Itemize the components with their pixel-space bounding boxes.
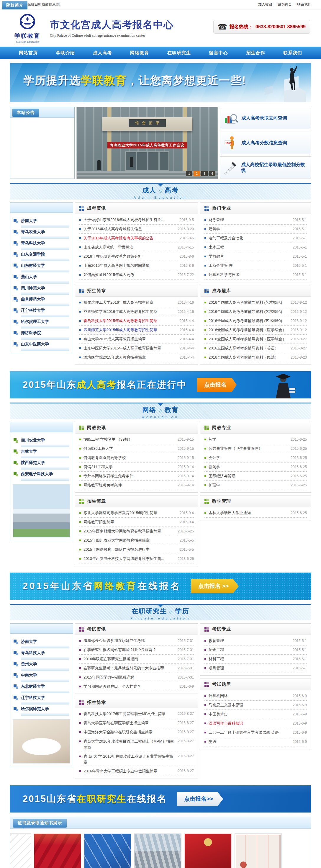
query-card-score-info[interactable]: 100分 成人高考分数信息查询 bbox=[220, 132, 311, 154]
article-row[interactable]: 2015年四川农业大学网络教育招生简章 2015-5-5 bbox=[79, 536, 194, 545]
school-link[interactable]: 济南大学 bbox=[21, 218, 37, 223]
sidebar-school-item[interactable]: 辽宁科技大学 bbox=[10, 693, 73, 705]
article-row[interactable]: 潍坊医学院2015年成人教育招生简章 2015-4-4 bbox=[79, 353, 194, 362]
article-link[interactable]: 2015年网络教育、部队自考报名进行中 bbox=[84, 547, 177, 552]
article-row[interactable]: 齐鲁师范学院2016年成人高等教育招生简章 2016-4-16 bbox=[79, 307, 194, 316]
article-link[interactable]: 青岛科技大学2015年成人高等教育招生简章 bbox=[84, 318, 177, 323]
sidebar-school-item[interactable]: 青岛科技大学 bbox=[10, 239, 73, 250]
article-row[interactable]: 青 岛 大 学 2016年在职攻读工业设计专业学位招生简章 2016-8-27 bbox=[79, 752, 194, 767]
school-link[interactable]: 青岛科技大学 bbox=[21, 650, 45, 655]
article-link[interactable]: 冶金工程 bbox=[208, 647, 290, 653]
article-row[interactable]: 2016全国成人高考考前辅导资料（医学综合） 2016-8-27 bbox=[204, 335, 307, 344]
school-link[interactable]: 燕山大学 bbox=[21, 274, 37, 279]
article-row[interactable]: 燕山大学2015成人高等教育招生简章 2015-4-4 bbox=[79, 335, 194, 344]
article-row[interactable]: 青岛大学2016年攻读项目管理工程硕士（MPM）招生简章 2016-8-27 bbox=[79, 737, 194, 752]
article-row[interactable]: 关于做好山东省2016年成人高校考试招生有关... 2016-9-5 bbox=[79, 215, 194, 225]
article-row[interactable]: 青岛大学医学院在职医学硕士招生简章 2016-8-27 bbox=[79, 719, 194, 728]
article-row[interactable]: 会计学 2015-6-25 bbox=[204, 453, 307, 463]
signup-button[interactable]: 点击报名>> bbox=[177, 792, 223, 806]
nav-link[interactable]: 招生合作 bbox=[246, 50, 265, 55]
sidebar-school-item[interactable]: 哈尔滨理工大学 bbox=[10, 317, 73, 329]
article-link[interactable]: 2013年西安电子科技大学网络教育秋季招生简... bbox=[84, 556, 175, 561]
article-row[interactable]: 学习期间是否转户口、个人档案？ 2015-6-9 bbox=[79, 682, 194, 691]
pager-button-4[interactable]: 4 bbox=[209, 171, 215, 176]
article-row[interactable]: 教育管理 2015-5-1 bbox=[204, 636, 307, 646]
article-link[interactable]: “985工程”学校名单 （39校） bbox=[84, 437, 175, 442]
article-row[interactable]: 山东中医药大学2015年成人高等教育招生简章 2015-4-4 bbox=[79, 344, 194, 353]
article-link[interactable]: 燕山大学2015成人高等教育招生简章 bbox=[84, 337, 177, 342]
article-row[interactable]: 2016年在职研究生改革之政策分析 2015-8-6 bbox=[79, 252, 194, 261]
school-link[interactable]: 东北财经大学 bbox=[21, 684, 45, 689]
article-link[interactable]: 建筑学 bbox=[208, 226, 290, 232]
sidebar-school-item[interactable]: 辽宁科技大学 bbox=[10, 306, 73, 317]
topbar-link-item[interactable]: 加入收藏 bbox=[258, 2, 272, 7]
article-link[interactable]: 药学 bbox=[208, 437, 288, 442]
article-row[interactable]: “985工程”学校名单 （39校） 2015-9-15 bbox=[79, 435, 194, 444]
article-link[interactable]: 2015年同等学力申硕流程详解 bbox=[84, 675, 175, 680]
article-link[interactable]: 关于做好山东省2016年成人高校考试招生有关... bbox=[84, 217, 177, 222]
article-link[interactable]: 山东2015年成人高考网上报名时间通知 bbox=[84, 263, 177, 268]
nav-item[interactable]: 联系我们 bbox=[283, 50, 302, 56]
school-link[interactable]: 青岛科技大学 bbox=[21, 241, 45, 246]
certificate-card[interactable]: 青岛农业大学 bbox=[84, 834, 131, 868]
article-link[interactable]: 项目管理 bbox=[208, 665, 290, 671]
article-link[interactable]: 中国海洋大学金融学在职研究生招生简章 bbox=[84, 729, 175, 736]
article-link[interactable]: 2016全国成人高考考前辅导资料（英语） bbox=[208, 346, 288, 351]
article-link[interactable]: 计算机科学与技术 bbox=[208, 272, 290, 277]
school-link[interactable]: 贵州大学 bbox=[21, 661, 37, 667]
nav-link[interactable]: 网站首页 bbox=[19, 50, 38, 55]
article-link[interactable]: 潍坊医学院2015年成人教育招生简章 bbox=[84, 355, 177, 360]
article-link[interactable]: 四川师范大学2015年成人高等教育招生简章 bbox=[84, 327, 177, 333]
article-link[interactable]: 工商企业管 理 bbox=[208, 263, 290, 268]
school-link[interactable]: 山东财经大学 bbox=[21, 263, 45, 268]
nav-link[interactable]: 联系我们 bbox=[283, 50, 302, 55]
site-logo[interactable]: 学联教育 Xue Lian Education bbox=[10, 13, 45, 43]
article-row[interactable]: 在职研究生报名网站有哪些？哪个是官网？ 2015-7-31 bbox=[79, 646, 194, 655]
article-row[interactable]: 中国海洋大学金融学在职研究生招生简章 2016-8-27 bbox=[79, 728, 194, 737]
sidebar-school-item[interactable]: 山东中医药大学 bbox=[10, 340, 73, 351]
sidebar-school-item[interactable]: 哈尔滨师范大学 bbox=[10, 705, 73, 716]
article-link[interactable]: 2016全国成人高考考前辅导资料（医学综合） bbox=[208, 327, 288, 333]
school-link[interactable]: 四川农业大学 bbox=[21, 438, 45, 443]
school-link[interactable]: 青岛农业大学 bbox=[21, 229, 45, 235]
article-link[interactable]: 2016年在职研究生改革之政策分析 bbox=[84, 254, 177, 259]
article-row[interactable]: 如何高效通过2015年成人高考 2015-7-22 bbox=[79, 270, 194, 279]
topbar-link-item[interactable]: 联系我们 bbox=[297, 2, 311, 7]
article-row[interactable]: 国际经济与贸易 2015-6-25 bbox=[204, 472, 307, 481]
school-link[interactable]: 辽宁科技大学 bbox=[21, 308, 45, 313]
school-link[interactable]: 哈尔滨师范大学 bbox=[21, 706, 49, 712]
article-row[interactable]: 东北大学网络高等学历教育2015年招生简章 2015-9-4 bbox=[79, 508, 194, 518]
article-row[interactable]: 2016全国成人高考考前辅导资料（医学综合） 2016-9-12 bbox=[204, 326, 307, 335]
article-row[interactable]: 2015年同等学力申硕流程详解 2015-7-31 bbox=[79, 673, 194, 682]
article-row[interactable]: 冶金工程 2015-5-1 bbox=[204, 646, 307, 655]
article-row[interactable]: 何谓教育部直属高等学校 2015-9-15 bbox=[79, 453, 194, 463]
school-link[interactable]: 中南大学 bbox=[21, 673, 37, 678]
article-link[interactable]: 2016全国成人高考考前辅导资料 (艺术概论) bbox=[208, 309, 288, 314]
article-link[interactable]: 2016年双证在职研究生报考指南 bbox=[84, 656, 175, 662]
article-link[interactable]: 2016全国成人高考考前辅导资料（民法） bbox=[208, 355, 288, 360]
article-row[interactable]: 关于2016年成人高考报名有关事项的公告 2016-8-6 bbox=[79, 234, 194, 243]
article-row[interactable]: 专升本网络教育考生免考条件 2015-9-14 bbox=[79, 472, 194, 481]
article-link[interactable]: 青岛大学2016年攻读项目管理工程硕士（MPM）招生简章 bbox=[84, 738, 175, 751]
article-row[interactable]: 土木工程 2015-5-1 bbox=[204, 243, 307, 252]
article-row[interactable]: 建筑学 2015-5-1 bbox=[204, 225, 307, 234]
article-row[interactable]: 何谓211工程大学 2015-9-14 bbox=[79, 463, 194, 472]
article-row[interactable]: 护理学 2015-6-25 bbox=[204, 481, 307, 490]
signup-button[interactable]: 点击报名 bbox=[197, 378, 236, 392]
article-link[interactable]: 计算机网络 bbox=[208, 693, 290, 699]
article-link[interactable]: 青岛科技大学2017年工商管理硕士MBA招生简章 bbox=[84, 711, 175, 717]
school-link[interactable]: 吉林大学 bbox=[21, 449, 37, 454]
school-link[interactable]: 辽宁科技大学 bbox=[21, 695, 45, 700]
sidebar-school-item[interactable]: 山东交通学院 bbox=[10, 250, 73, 261]
article-link[interactable]: 东北大学网络高等学历教育2015年招生简章 bbox=[84, 510, 177, 516]
nav-link[interactable]: 成人高考 bbox=[93, 50, 112, 55]
article-link[interactable]: 护理学 bbox=[208, 483, 288, 488]
pager-button-1[interactable]: 1 bbox=[186, 171, 192, 176]
article-row[interactable]: 2016年双证在职研究生报考指南 2015-7-31 bbox=[79, 655, 194, 664]
certificate-card[interactable]: 北大学 bbox=[10, 834, 31, 868]
article-row[interactable]: 马克思主义基本原理 2015-6-9 bbox=[204, 701, 307, 710]
school-link[interactable]: 曲阜师范大学 bbox=[21, 297, 45, 302]
sidebar-school-item[interactable]: 济南大学 bbox=[10, 637, 73, 648]
article-row[interactable]: 2016年青岛大学工程硕士专业学位招生简章 2016-8-27 bbox=[79, 767, 194, 776]
article-link[interactable]: 2016全国成人高考考前辅导资料（医学综合） bbox=[208, 337, 288, 342]
